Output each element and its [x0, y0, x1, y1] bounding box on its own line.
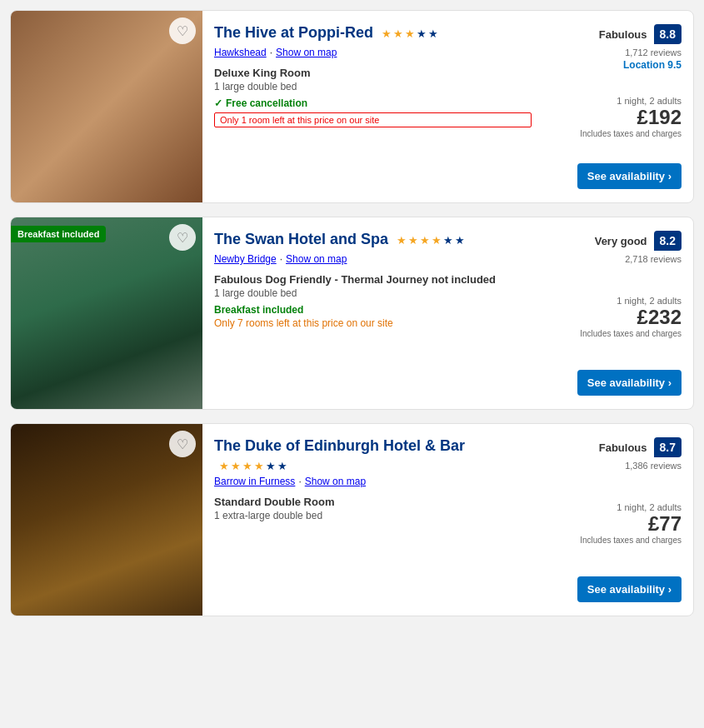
rating-label: Very good [595, 235, 647, 247]
price-note: Includes taxes and charges [580, 329, 682, 338]
rating-row: Fabulous8.7 [599, 437, 682, 457]
rating-score: 8.7 [654, 437, 682, 457]
free-cancellation: Free cancellation [214, 97, 532, 109]
star-blue-icon: ★ [428, 27, 438, 40]
star-yellow-icon: ★ [408, 234, 418, 247]
room-detail: 1 large double bed [214, 81, 532, 92]
hotel-location: Newby Bridge·Show on map [214, 253, 532, 265]
show-on-map-link[interactable]: Show on map [286, 253, 347, 265]
hotel-location: Hawkshead·Show on map [214, 47, 532, 58]
hotel-card: ♡The Duke of Edinburgh Hotel & Bar★★★★★★… [10, 423, 694, 616]
star-yellow-icon: ★ [393, 27, 403, 40]
see-availability-button[interactable]: See availability › [577, 163, 682, 189]
wishlist-button[interactable]: ♡ [169, 17, 196, 44]
hotel-info: The Hive at Poppi-Red★★★★★Hawkshead·Show… [202, 11, 543, 202]
star-yellow-icon: ★ [420, 234, 430, 247]
show-on-map-link[interactable]: Show on map [305, 476, 366, 487]
night-info: 1 night, 2 adults [580, 96, 682, 106]
hotel-name-row: The Duke of Edinburgh Hotel & Bar★★★★★★ [214, 437, 532, 472]
hotel-name[interactable]: The Hive at Poppi-Red [214, 24, 373, 42]
rating-label: Fabulous [599, 28, 647, 41]
hotel-price: £192 [580, 107, 682, 127]
reviews-count: 2,718 reviews [625, 254, 682, 264]
urgency-badge: Only 1 room left at this price on our si… [214, 112, 532, 127]
hotel-name-row: The Hive at Poppi-Red★★★★★ [214, 24, 532, 43]
hotel-info: The Swan Hotel and Spa★★★★★★Newby Bridge… [202, 217, 543, 409]
hotel-card: Breakfast included♡The Swan Hotel and Sp… [10, 217, 694, 410]
hotel-image-wrap: ♡ [11, 424, 202, 616]
star-blue-icon: ★ [443, 234, 453, 247]
hotel-price: £77 [580, 514, 682, 534]
breakfast-badge: Breakfast included [11, 226, 106, 242]
wishlist-button[interactable]: ♡ [169, 431, 196, 457]
star-blue-icon: ★ [277, 460, 287, 472]
rating-label: Fabulous [599, 441, 647, 454]
star-yellow-icon: ★ [219, 460, 229, 472]
night-info: 1 night, 2 adults [580, 296, 682, 306]
location-link[interactable]: Barrow in Furness [214, 476, 295, 487]
hotel-price-column: Fabulous8.71,386 reviews1 night, 2 adult… [543, 424, 693, 616]
room-detail: 1 large double bed [214, 287, 532, 299]
star-yellow-icon: ★ [254, 460, 264, 472]
hotel-name[interactable]: The Swan Hotel and Spa [214, 231, 388, 248]
hotel-name-row: The Swan Hotel and Spa★★★★★★ [214, 231, 532, 250]
rooms-left-text: Only 7 rooms left at this price on our s… [214, 317, 532, 329]
reviews-count: 1,712 reviews [625, 47, 682, 57]
room-type: Fabulous Dog Friendly - Thermal Journey … [214, 273, 532, 286]
room-detail: 1 extra-large double bed [214, 510, 532, 521]
hotel-image-wrap: Breakfast included♡ [11, 217, 202, 409]
price-block: 1 night, 2 adults£192Includes taxes and … [580, 96, 682, 138]
rating-score: 8.8 [654, 24, 682, 44]
star-blue-icon: ★ [455, 234, 465, 247]
rating-row: Very good8.2 [595, 231, 682, 251]
price-block: 1 night, 2 adults£77Includes taxes and c… [580, 502, 682, 545]
room-type: Deluxe King Room [214, 67, 532, 79]
room-type: Standard Double Room [214, 496, 532, 508]
hotel-name[interactable]: The Duke of Edinburgh Hotel & Bar [214, 437, 465, 455]
see-availability-button[interactable]: See availability › [577, 370, 682, 396]
hotel-price-column: Fabulous8.81,712 reviewsLocation 9.51 ni… [543, 11, 693, 202]
rating-score: 8.2 [654, 231, 682, 251]
location-link[interactable]: Hawkshead [214, 47, 267, 58]
rating-row: Fabulous8.8 [599, 24, 682, 44]
price-block: 1 night, 2 adults£232Includes taxes and … [580, 296, 682, 338]
see-availability-button[interactable]: See availability › [577, 576, 682, 602]
hotel-stars: ★★★★★ [382, 27, 438, 40]
rating-block: Fabulous8.71,386 reviews [599, 437, 682, 471]
hotel-stars: ★★★★★★ [219, 460, 287, 472]
rating-block: Very good8.22,718 reviews [595, 231, 682, 264]
price-note: Includes taxes and charges [580, 536, 682, 545]
hotel-location: Barrow in Furness·Show on map [214, 476, 532, 487]
star-yellow-icon: ★ [231, 460, 241, 472]
wishlist-button[interactable]: ♡ [169, 224, 196, 251]
location-link[interactable]: Newby Bridge [214, 253, 277, 265]
hotel-stars: ★★★★★★ [397, 234, 465, 247]
night-info: 1 night, 2 adults [580, 502, 682, 512]
hotel-image-wrap: ♡ [11, 11, 202, 202]
star-yellow-icon: ★ [405, 27, 415, 40]
hotel-price: £232 [580, 307, 682, 327]
star-blue-icon: ★ [417, 27, 427, 40]
hotel-info: The Duke of Edinburgh Hotel & Bar★★★★★★B… [202, 424, 543, 616]
hotel-price-column: Very good8.22,718 reviews1 night, 2 adul… [543, 217, 693, 409]
reviews-count: 1,386 reviews [625, 461, 682, 471]
star-yellow-icon: ★ [382, 27, 392, 40]
breakfast-text: Breakfast included [214, 304, 532, 316]
star-yellow-icon: ★ [242, 460, 252, 472]
price-note: Includes taxes and charges [580, 129, 682, 138]
show-on-map-link[interactable]: Show on map [276, 47, 337, 58]
star-yellow-icon: ★ [397, 234, 407, 247]
location-score: Location 9.5 [623, 59, 682, 71]
star-blue-icon: ★ [266, 460, 276, 472]
rating-block: Fabulous8.81,712 reviewsLocation 9.5 [599, 24, 682, 71]
star-yellow-icon: ★ [432, 234, 442, 247]
hotel-card: ♡The Hive at Poppi-Red★★★★★Hawkshead·Sho… [10, 10, 694, 203]
